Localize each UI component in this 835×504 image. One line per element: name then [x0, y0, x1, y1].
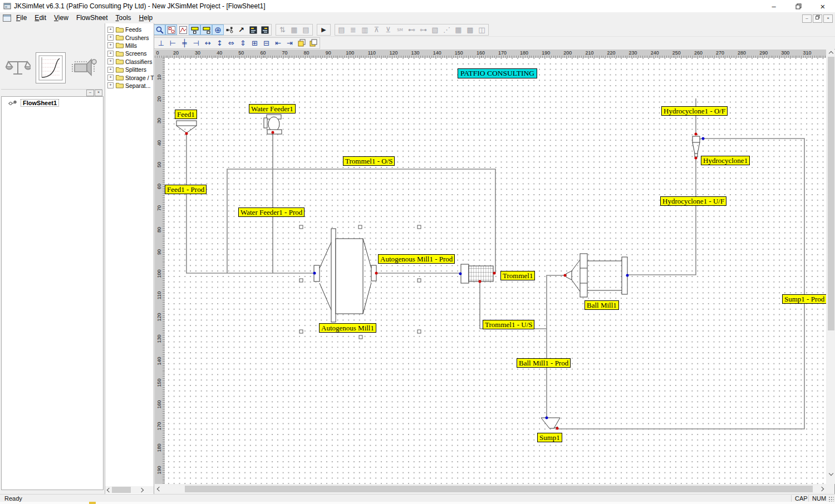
- pane-close-button[interactable]: ×: [95, 90, 102, 96]
- horizontal-scrollbar[interactable]: [155, 485, 826, 493]
- mdi-minimize-button[interactable]: –: [802, 14, 812, 23]
- label-autogenous-mill1[interactable]: Autogenous Mill1: [319, 323, 376, 333]
- fit-page-button[interactable]: ⇅: [277, 24, 288, 35]
- palette-item-splitters[interactable]: +Splitters: [105, 66, 154, 73]
- report-frame-button[interactable]: ◫: [476, 24, 488, 35]
- expand-icon[interactable]: +: [107, 42, 114, 48]
- scroll-right-icon[interactable]: [819, 486, 826, 492]
- report-doc-button[interactable]: ▧: [429, 24, 441, 35]
- same-size-button[interactable]: ⊞: [249, 38, 261, 48]
- same-height-button[interactable]: ⇕: [237, 38, 249, 48]
- palette-scrollbar[interactable]: [105, 486, 154, 493]
- scroll-down-icon[interactable]: [828, 471, 834, 477]
- fit-size-button[interactable]: ⊟: [261, 38, 272, 48]
- expand-icon[interactable]: +: [107, 34, 114, 41]
- equipment-autogenous-mill1[interactable]: [313, 229, 378, 322]
- nudge-left-button[interactable]: ⇤: [272, 38, 284, 48]
- align-left-button[interactable]: ⊢: [167, 38, 179, 48]
- label-ball-mill1-prod[interactable]: Ball Mill1 - Prod: [517, 358, 571, 368]
- link-out-button[interactable]: ⊷: [406, 24, 418, 35]
- report-window-button[interactable]: ▤: [336, 24, 347, 35]
- nudge-right-button[interactable]: ⇥: [284, 38, 296, 48]
- print-preview-button[interactable]: ▤: [300, 24, 312, 35]
- zoom-tool-button[interactable]: [154, 24, 165, 35]
- menu-item-flowsheet[interactable]: FlowSheet: [72, 13, 112, 23]
- space-across-button[interactable]: ↔: [202, 38, 214, 48]
- label-trommel1-os[interactable]: Trommel1 - O/S: [343, 156, 395, 166]
- palette-item-feeds[interactable]: +Feeds: [105, 26, 154, 33]
- equipment-feed1[interactable]: [176, 121, 197, 135]
- close-button[interactable]: ×: [811, 0, 835, 12]
- expand-icon[interactable]: +: [107, 27, 114, 33]
- menu-item-edit[interactable]: Edit: [31, 13, 50, 23]
- label-feed1[interactable]: Feed1: [175, 110, 197, 119]
- palette-item-mills[interactable]: +Mills: [105, 42, 154, 50]
- scrollbar-thumb[interactable]: [828, 57, 834, 330]
- stream-sump1-prod[interactable]: [557, 139, 804, 429]
- equipment-ball-mill1[interactable]: [564, 254, 629, 297]
- run-simulation-button[interactable]: ▶: [318, 24, 330, 35]
- vertical-scrollbar[interactable]: [827, 50, 835, 484]
- banner-label[interactable]: PATFIO CONSULTING: [458, 68, 537, 78]
- menu-item-help[interactable]: Help: [135, 13, 157, 23]
- snap-grid-button[interactable]: ⊕: [212, 24, 224, 35]
- flowsheet-report2-button[interactable]: [259, 24, 271, 35]
- menu-item-view[interactable]: View: [50, 13, 72, 23]
- report-list-button[interactable]: ≣: [347, 24, 359, 35]
- flowsheet-window-icon[interactable]: [3, 14, 11, 22]
- label-hydrocyclone1[interactable]: Hydrocyclone1: [701, 156, 750, 165]
- expand-icon[interactable]: +: [107, 58, 114, 65]
- label-water-feeder1[interactable]: Water Feeder1: [249, 104, 296, 113]
- model-fit-button[interactable]: [36, 52, 66, 83]
- scrollbar-thumb[interactable]: [112, 487, 131, 493]
- draw-arrow-button[interactable]: ↗: [235, 24, 247, 35]
- label-hydrocyclone1-of[interactable]: Hydrocyclone1 - O/F: [661, 106, 728, 116]
- palette-item-separators[interactable]: +Separat...: [105, 82, 154, 90]
- scroll-right-icon[interactable]: [139, 487, 145, 493]
- stream-feed1-prod[interactable]: [186, 134, 314, 273]
- same-width-button[interactable]: ⇔: [225, 38, 237, 48]
- menu-item-file[interactable]: File: [12, 13, 31, 23]
- show-equipment-labels-button[interactable]: [200, 24, 212, 35]
- label-hydrocyclone1-uf[interactable]: Hydrocyclone1 - U/F: [660, 196, 726, 206]
- connect-streams-button[interactable]: [224, 24, 235, 35]
- palette-item-classifiers[interactable]: +Classifiers: [105, 58, 154, 66]
- stream-ball-mill1-prod[interactable]: [547, 275, 565, 418]
- label-sump1[interactable]: Sump1: [537, 433, 562, 442]
- report-grid-button[interactable]: ▩: [464, 24, 476, 35]
- report-sheet-button[interactable]: ▥: [359, 24, 371, 35]
- align-right-button[interactable]: ⊣: [190, 38, 202, 48]
- mass-balance-button[interactable]: [3, 52, 32, 82]
- send-to-back-button[interactable]: [307, 38, 319, 48]
- scroll-left-icon[interactable]: [105, 487, 112, 493]
- expand-icon[interactable]: +: [107, 82, 114, 88]
- mdi-restore-button[interactable]: [813, 14, 822, 23]
- show-stream-labels-button[interactable]: [189, 24, 200, 35]
- label-ball-mill1[interactable]: Ball Mill1: [584, 300, 619, 310]
- show-connections-button[interactable]: [177, 24, 189, 35]
- expand-icon[interactable]: +: [107, 51, 114, 57]
- report-calc-button[interactable]: ▦: [453, 24, 464, 35]
- palette-item-crushers[interactable]: +Crushers: [105, 33, 154, 41]
- bring-to-front-button[interactable]: [296, 38, 307, 48]
- report-stack1-button[interactable]: ⊼: [371, 24, 382, 35]
- equipment-trommel1[interactable]: [459, 264, 496, 283]
- align-center-button[interactable]: ╪: [179, 38, 190, 48]
- resize-grip[interactable]: [828, 496, 834, 502]
- label-trommel1-us[interactable]: Trommel1 - U/S: [483, 320, 534, 329]
- space-down-button[interactable]: ↕: [214, 38, 225, 48]
- scroll-up-icon[interactable]: [828, 50, 834, 57]
- equipment-sump1[interactable]: [541, 417, 560, 430]
- report-trend-button[interactable]: ⋰: [441, 24, 453, 35]
- scrollbar-thumb[interactable]: [185, 486, 813, 492]
- label-autogenous-mill1-prod[interactable]: Autogenous Mill1 - Prod: [378, 254, 455, 264]
- report-stack2-button[interactable]: ⊻: [382, 24, 394, 35]
- show-equipment-button[interactable]: [165, 24, 177, 35]
- expand-icon[interactable]: +: [107, 75, 114, 81]
- restore-button[interactable]: [786, 0, 811, 12]
- align-bottom-button[interactable]: ⊥: [155, 38, 167, 48]
- label-sump1-prod[interactable]: Sump1 - Prod: [782, 294, 826, 304]
- flowsheet-report1-button[interactable]: [247, 24, 259, 35]
- equipment-water-feeder1[interactable]: [264, 115, 282, 134]
- tree-node-flowsheet1[interactable]: FlowSheet1: [8, 99, 59, 107]
